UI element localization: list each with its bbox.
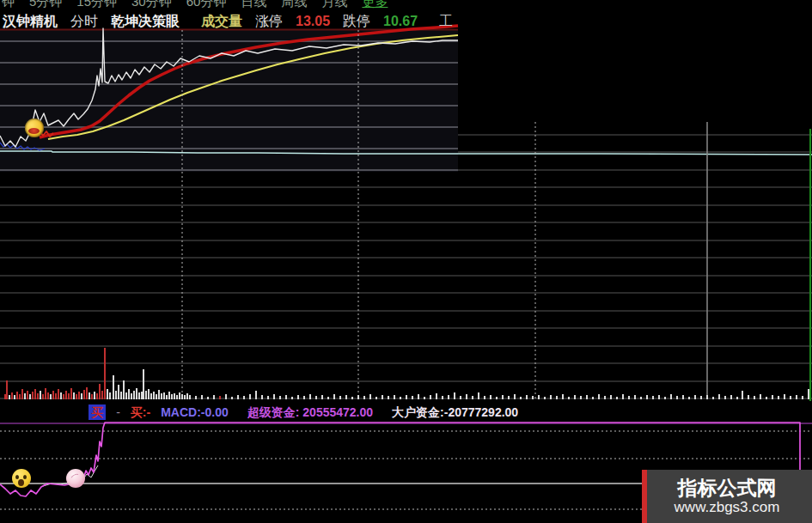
stock-info-segment: 乾坤决策眼 [111, 13, 180, 30]
watermark-title: 指标公式网 [678, 477, 777, 499]
trading-app-window: 钟5分钟15分钟30分钟60分钟日线周线月线更多 汉钟精机分时乾坤决策眼成交量涨… [0, 0, 812, 523]
pearl-signal-icon [66, 469, 85, 488]
price-and-indicator-chart[interactable] [0, 0, 812, 523]
indicator-name[interactable]: 神品T加O1号 [2, 404, 78, 420]
watermark-badge: 指标公式网 www.zbgs3.com [642, 470, 812, 523]
indicator-value-segment: 超级资金: 20555472.00 [247, 404, 373, 420]
period-tab[interactable]: 钟 [2, 0, 15, 10]
watermark-url[interactable]: www.zbgs3.com [675, 499, 780, 516]
stock-info-segment: 分时 [70, 13, 98, 30]
scream-face-signal-icon [12, 469, 31, 488]
stock-info-segment: 工 [439, 13, 453, 30]
period-tab[interactable]: 30分钟 [131, 0, 172, 10]
stock-info-segment: 成交量 [201, 13, 242, 30]
coin-signal-icon [25, 119, 44, 137]
period-tab[interactable]: 15分钟 [76, 0, 117, 10]
stock-info-segment: 13.05 [296, 13, 330, 30]
stock-info-segment: 涨停 [255, 13, 283, 30]
indicator-value-segment: 大户资金:-20777292.00 [392, 404, 518, 420]
indicator-value-segment: 买:- [131, 404, 150, 420]
period-tab[interactable]: 日线 [241, 0, 266, 10]
period-tab-row: 钟5分钟15分钟30分钟60分钟日线周线月线更多 [0, 0, 812, 12]
stock-info-row: 汉钟精机分时乾坤决策眼成交量涨停13.05跌停10.67工 [0, 12, 812, 30]
period-tab[interactable]: 周线 [281, 0, 307, 10]
period-tab[interactable]: 5分钟 [29, 0, 62, 10]
period-tab[interactable]: 更多 [362, 0, 388, 10]
indicator-value-segment: MACD:-0.00 [161, 404, 229, 420]
watermark-red-bar [642, 470, 647, 523]
period-tab[interactable]: 月线 [321, 0, 347, 10]
stock-info-segment: 跌停 [343, 13, 370, 30]
stock-info-segment: 汉钟精机 [3, 13, 58, 30]
indicator-value-segment: - [116, 404, 120, 420]
indicator-header-row: 神品T加O1号 买-买:-MACD:-0.00超级资金: 20555472.00… [0, 403, 812, 421]
period-tab[interactable]: 60分钟 [186, 0, 227, 10]
stock-info-segment: 10.67 [383, 13, 418, 30]
buy-flag: 买 [89, 404, 106, 420]
